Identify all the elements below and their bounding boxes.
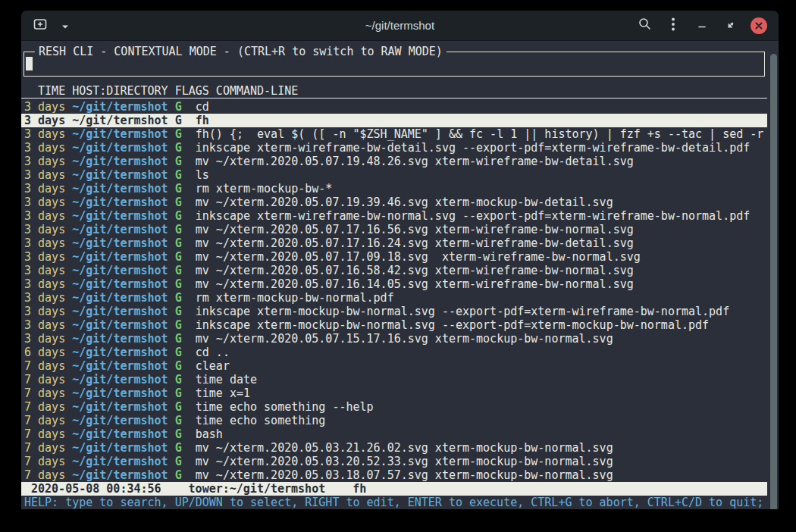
titlebar[interactable]: ~/git/termshot xyxy=(21,11,779,41)
row-command: mv ~/xterm.2020.05.07.15.17.16.svg xterm… xyxy=(196,332,613,346)
table-row[interactable]: 3 days ~/git/termshot G inkscape xterm-w… xyxy=(21,209,767,223)
row-command: mv ~/xterm.2020.05.03.20.52.33.svg xterm… xyxy=(196,455,613,468)
row-directory: ~/git/termshot xyxy=(72,223,168,236)
table-row[interactable]: 3 days ~/git/termshot G inkscape xterm-m… xyxy=(21,318,767,332)
table-row[interactable]: 3 days ~/git/termshot G mv ~/xterm.2020.… xyxy=(21,223,767,236)
table-row[interactable]: 3 days ~/git/termshot G fh() {; eval $( … xyxy=(21,127,767,141)
row-command: inkscape xterm-wireframe-bw-detail.svg -… xyxy=(196,141,751,155)
table-row[interactable]: 7 days ~/git/termshot G clear xyxy=(21,359,767,373)
scrollbar[interactable] xyxy=(770,54,777,509)
row-directory: ~/git/termshot xyxy=(72,400,168,414)
row-directory: ~/git/termshot xyxy=(72,346,168,359)
row-flags: G xyxy=(175,318,182,332)
row-command: mv ~/xterm.2020.05.07.17.16.56.svg xterm… xyxy=(196,223,634,236)
table-row[interactable]: 3 days ~/git/termshot G mv ~/xterm.2020.… xyxy=(21,264,767,277)
row-directory: ~/git/termshot xyxy=(72,441,168,455)
table-row[interactable]: 6 days ~/git/termshot G cd .. xyxy=(21,346,767,359)
row-command: fh xyxy=(196,114,209,127)
table-row[interactable]: 7 days ~/git/termshot G time x=1 xyxy=(21,386,767,400)
row-command: cd .. xyxy=(196,346,230,359)
table-row[interactable]: 3 days ~/git/termshot G cd xyxy=(21,100,767,114)
status-location: tower:~/git/termshot xyxy=(189,482,326,496)
row-command: mv ~/xterm.2020.05.07.16.14.05.svg xterm… xyxy=(196,277,634,291)
row-time: 3 days xyxy=(24,114,65,127)
table-row[interactable]: 7 days ~/git/termshot G bash xyxy=(21,427,767,441)
close-icon xyxy=(755,18,763,33)
row-time: 3 days xyxy=(24,141,65,155)
menu-button[interactable] xyxy=(664,17,682,35)
row-command: time echo something xyxy=(196,414,326,427)
row-directory: ~/git/termshot xyxy=(72,209,168,223)
row-time: 7 days xyxy=(24,455,65,468)
row-flags: G xyxy=(175,346,182,359)
row-directory: ~/git/termshot xyxy=(72,277,168,291)
help-bar: HELP: type to search, UP/DOWN to select,… xyxy=(21,496,767,509)
table-row[interactable]: 3 days ~/git/termshot G rm xterm-mockup-… xyxy=(21,182,767,196)
row-flags: G xyxy=(175,141,182,155)
row-flags: G xyxy=(175,427,182,441)
table-row[interactable]: 3 days ~/git/termshot G mv ~/xterm.2020.… xyxy=(21,196,767,209)
row-directory: ~/git/termshot xyxy=(72,264,168,277)
row-directory: ~/git/termshot xyxy=(72,291,168,305)
table-row[interactable]: 3 days ~/git/termshot G mv ~/xterm.2020.… xyxy=(21,155,767,168)
resh-search-input[interactable]: RESH CLI - CONTEXTUAL MODE - (CTRL+R to … xyxy=(24,52,765,77)
row-time: 3 days xyxy=(24,182,65,196)
resh-mode-title: RESH CLI - CONTEXTUAL MODE - (CTRL+R to … xyxy=(35,45,447,58)
search-button[interactable] xyxy=(635,17,653,35)
history-table-header: TIME HOST:DIRECTORY FLAGS COMMAND-LINE xyxy=(21,84,767,99)
row-command: bash xyxy=(196,427,223,441)
text-cursor xyxy=(26,57,33,70)
tab-list-dropdown-button[interactable] xyxy=(56,17,74,35)
close-button[interactable] xyxy=(751,17,767,34)
minimize-button[interactable] xyxy=(693,17,711,35)
row-flags: G xyxy=(175,182,182,196)
row-flags: G xyxy=(175,332,182,346)
row-command: mv ~/xterm.2020.05.07.19.39.46.svg xterm… xyxy=(196,196,613,209)
row-flags: G xyxy=(175,441,182,455)
restore-button[interactable] xyxy=(722,17,740,35)
table-row[interactable]: 3 days ~/git/termshot G rm xterm-mockup-… xyxy=(21,291,767,305)
row-flags: G xyxy=(175,277,182,291)
row-flags: G xyxy=(175,305,182,318)
table-row[interactable]: 3 days ~/git/termshot G mv ~/xterm.2020.… xyxy=(21,236,767,250)
row-flags: G xyxy=(175,373,182,386)
row-time: 3 days xyxy=(24,264,65,277)
terminal-screen[interactable]: RESH CLI - CONTEXTUAL MODE - (CTRL+R to … xyxy=(21,52,779,509)
row-directory: ~/git/termshot xyxy=(72,414,168,427)
row-directory: ~/git/termshot xyxy=(72,100,168,114)
table-row[interactable]: 3 days ~/git/termshot G inkscape xterm-w… xyxy=(21,141,767,155)
table-row[interactable]: 3 days ~/git/termshot G fh xyxy=(21,114,767,127)
row-directory: ~/git/termshot xyxy=(72,427,168,441)
row-directory: ~/git/termshot xyxy=(72,196,168,209)
row-time: 7 days xyxy=(24,386,65,400)
table-row[interactable]: 7 days ~/git/termshot G time echo someth… xyxy=(21,414,767,427)
row-directory: ~/git/termshot xyxy=(72,305,168,318)
table-row[interactable]: 3 days ~/git/termshot G inkscape xterm-m… xyxy=(21,305,767,318)
table-row[interactable]: 7 days ~/git/termshot G time echo someth… xyxy=(21,400,767,414)
new-tab-icon xyxy=(33,18,47,33)
search-icon xyxy=(638,17,651,33)
row-flags: G xyxy=(175,127,182,141)
row-time: 3 days xyxy=(24,127,65,141)
table-row[interactable]: 3 days ~/git/termshot G ls xyxy=(21,168,767,182)
row-directory: ~/git/termshot xyxy=(72,155,168,168)
table-row[interactable]: 7 days ~/git/termshot G time date xyxy=(21,373,767,386)
row-time: 3 days xyxy=(24,155,65,168)
row-time: 3 days xyxy=(24,168,65,182)
row-time: 7 days xyxy=(24,373,65,386)
table-row[interactable]: 7 days ~/git/termshot G mv ~/xterm.2020.… xyxy=(21,441,767,455)
row-flags: G xyxy=(175,100,182,114)
status-bar: 2020-05-08 00:34:56tower:~/git/termshotf… xyxy=(21,482,767,496)
table-row[interactable]: 3 days ~/git/termshot G mv ~/xterm.2020.… xyxy=(21,277,767,291)
table-row[interactable]: 3 days ~/git/termshot G mv ~/xterm.2020.… xyxy=(21,250,767,264)
new-tab-button[interactable] xyxy=(31,17,49,35)
row-time: 3 days xyxy=(24,236,65,250)
table-row[interactable]: 7 days ~/git/termshot G mv ~/xterm.2020.… xyxy=(21,468,767,482)
row-flags: G xyxy=(175,155,182,168)
row-command: fh() {; eval $( ([ -n "$ZSH_NAME" ] && f… xyxy=(196,127,764,141)
row-time: 3 days xyxy=(24,332,65,346)
table-row[interactable]: 7 days ~/git/termshot G mv ~/xterm.2020.… xyxy=(21,455,767,468)
table-row[interactable]: 3 days ~/git/termshot G mv ~/xterm.2020.… xyxy=(21,332,767,346)
row-command: inkscape xterm-mockup-bw-normal.svg --ex… xyxy=(196,318,709,332)
row-directory: ~/git/termshot xyxy=(72,373,168,386)
